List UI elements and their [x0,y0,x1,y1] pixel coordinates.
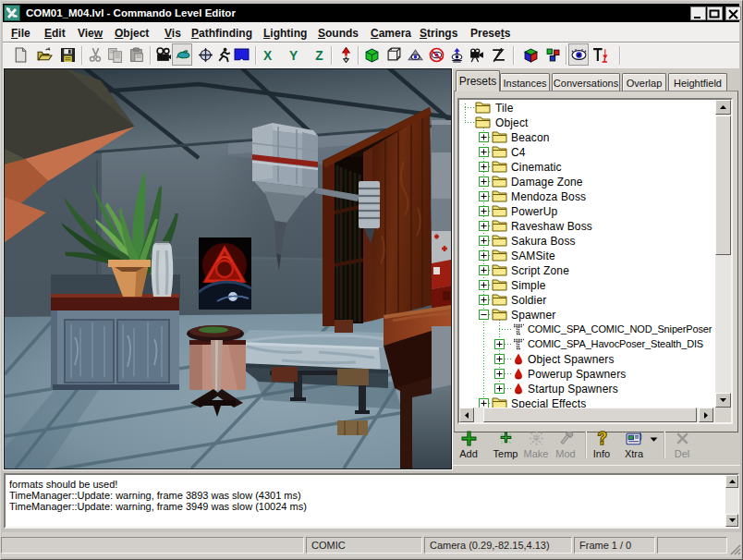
svg-text:Y: Y [289,48,298,63]
svg-text:X: X [263,48,273,63]
svg-text:Z: Z [315,48,323,63]
